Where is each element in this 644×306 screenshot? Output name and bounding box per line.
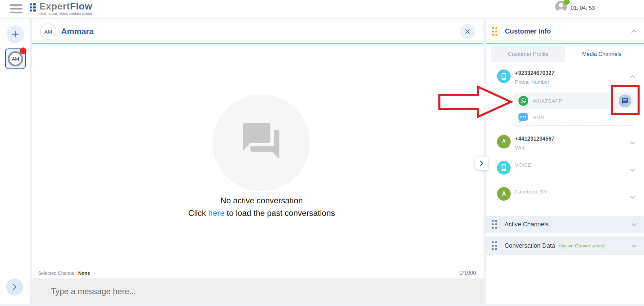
- channel-subtitle: Web: [515, 145, 526, 150]
- chat-panel: AM Ammara No active conversation Click h…: [32, 19, 484, 304]
- drag-handle-icon[interactable]: [492, 241, 497, 250]
- load-past-conversations-link[interactable]: here: [208, 208, 225, 218]
- agent-avatar[interactable]: [555, 1, 567, 13]
- section-conversation-data[interactable]: Conversation Data (Active Conversation): [486, 237, 644, 255]
- sub-channel-label: WHATSAPP: [533, 98, 562, 104]
- header-right: 01: 04: 53: [596, 0, 644, 18]
- customer-info-tabs: Customer Profile Media Channels: [491, 46, 639, 62]
- expertflow-logo: ExpertFlow chat, voice, video contact ce…: [30, 1, 92, 16]
- mobile-icon: [497, 69, 511, 83]
- avatar-a-icon: A: [497, 187, 511, 201]
- char-counter: 0/1000: [459, 270, 476, 276]
- message-composer: [32, 279, 484, 304]
- logo-tagline: chat, voice, video contact center: [39, 12, 92, 16]
- expand-panel-button[interactable]: [475, 157, 488, 170]
- app-header: ExpertFlow chat, voice, video contact ce…: [0, 0, 644, 18]
- expand-chevron-down-icon[interactable]: [628, 139, 637, 147]
- contact-avatar: AM: [40, 23, 56, 40]
- chat-bubbles-icon: [240, 119, 283, 163]
- sms-icon: [518, 113, 528, 121]
- channel-title: +441231234567: [515, 136, 554, 142]
- annotation-rectangle: [611, 85, 640, 115]
- selected-channel: Selected Channel:None: [38, 270, 90, 276]
- contact-name: Ammara: [61, 27, 94, 36]
- section-active-channels[interactable]: Active Channels: [486, 216, 644, 233]
- close-conversation-button[interactable]: [460, 24, 475, 39]
- empty-state-line2: Click here to load the past conversation…: [36, 207, 487, 219]
- message-input[interactable]: [51, 287, 458, 296]
- active-conversation-badge: (Active Conversation): [559, 243, 630, 248]
- expand-chevron-down-icon[interactable]: [628, 193, 637, 201]
- mobile-icon: [497, 161, 511, 175]
- drag-handle-icon[interactable]: [492, 27, 497, 36]
- empty-state-circle: [213, 94, 310, 191]
- session-timer: 01: 04: 53: [571, 5, 595, 11]
- channel-title: Facebook SM: [515, 189, 548, 195]
- hamburger-menu-icon[interactable]: [10, 4, 22, 13]
- tab-customer-profile[interactable]: Customer Profile: [491, 46, 565, 62]
- annotation-arrow: [438, 85, 513, 118]
- close-icon: [464, 28, 471, 35]
- channel-subtitle: Phone Number: [515, 79, 549, 85]
- customer-info-header: Customer Info: [486, 19, 644, 44]
- presence-status-dot: [564, 0, 570, 5]
- collapse-chevron-up-icon[interactable]: [630, 27, 638, 36]
- expand-rail-button[interactable]: [6, 279, 23, 295]
- channel-title: VOICE: [515, 162, 531, 168]
- logo-wordmark: ExpertFlow: [39, 1, 92, 12]
- expand-chevron-down-icon[interactable]: [628, 166, 637, 174]
- chevron-right-icon: [11, 283, 19, 291]
- unread-indicator-dot: [20, 47, 26, 54]
- customer-info-panel: Customer Info Customer Profile Media Cha…: [486, 19, 644, 304]
- conversation-list-item[interactable]: AM: [5, 48, 26, 69]
- selected-channel-value: None: [78, 270, 90, 276]
- chat-header: AM Ammara: [32, 19, 484, 44]
- plus-icon: [11, 29, 20, 39]
- expand-chevron-down-icon[interactable]: [630, 220, 638, 228]
- chevron-right-icon: [478, 160, 485, 167]
- drag-handle-icon[interactable]: [492, 220, 497, 229]
- empty-state-text: No active conversation Click here to loa…: [36, 194, 487, 219]
- whatsapp-icon: [518, 96, 528, 106]
- sub-channel-label: SMS: [533, 115, 544, 120]
- conversation-rail: AM: [0, 19, 31, 304]
- logo-dots-icon: [30, 2, 38, 13]
- tab-media-channels[interactable]: Media Channels: [565, 46, 639, 62]
- channel-title: +923324670327: [515, 70, 554, 76]
- customer-info-title: Customer Info: [505, 27, 630, 35]
- expand-chevron-down-icon[interactable]: [630, 242, 638, 250]
- empty-state-line1: No active conversation: [36, 194, 487, 207]
- avatar-a-icon: A: [497, 135, 511, 148]
- collapse-chevron-up-icon[interactable]: [628, 73, 637, 81]
- composer-statusbar: Selected Channel:None 0/1000: [32, 268, 484, 279]
- new-conversation-button[interactable]: [6, 25, 24, 43]
